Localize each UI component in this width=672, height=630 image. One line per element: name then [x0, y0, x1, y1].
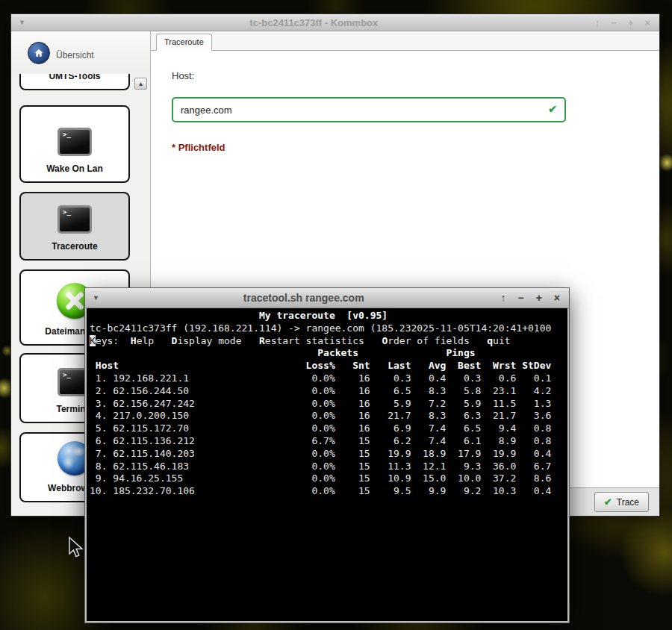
tracetool-window: ▼ tracetool.sh rangee.com ↑ − + × My tra… — [84, 287, 570, 623]
rollup-button[interactable]: ↑ — [595, 17, 600, 28]
terminal-window-controls: ↑ − + × — [500, 292, 569, 304]
mtr-hop-row: 10. 185.232.70.106 0.0% 15 9.5 9.9 9.2 1… — [90, 485, 567, 498]
close-button[interactable]: × — [554, 292, 560, 304]
tool-label: Traceroute — [52, 241, 97, 252]
tool-label: Wake On Lan — [46, 163, 103, 174]
sidebar-tool-wake-on-lan[interactable]: >_Wake On Lan — [19, 105, 130, 183]
terminal-window-title: tracetool.sh rangee.com — [107, 292, 501, 304]
minimize-button[interactable]: − — [517, 292, 523, 304]
mtr-hop-row: 8. 62.115.46.183 0.0% 15 11.3 12.1 9.3 3… — [90, 461, 567, 473]
minimize-button[interactable]: − — [611, 17, 617, 28]
host-input[interactable] — [172, 97, 566, 122]
mtr-title-line: My traceroute [v0.95] — [90, 310, 567, 322]
mtr-group-header: Packets Pings — [90, 347, 567, 360]
host-label: Host: — [172, 70, 194, 81]
tracetool-titlebar[interactable]: ▼ tracetool.sh rangee.com ↑ − + × — [85, 288, 569, 308]
terminal-screen[interactable]: My traceroute [v0.95]tc-bc2411c373ff (19… — [85, 308, 569, 623]
terminal-prompt-glyph: >_ — [63, 208, 71, 216]
mtr-hop-row: 5. 62.115.172.70 0.0% 16 6.9 7.4 6.5 9.4… — [90, 422, 567, 435]
kommbox-titlebar[interactable]: ▼ tc-bc2411c373ff - Kommbox ↑ − + × — [11, 14, 659, 31]
window-menu-icon[interactable]: ▼ — [11, 19, 33, 26]
maximize-button[interactable]: + — [536, 292, 542, 304]
mtr-host-line: tc-bc2411c373ff (192.168.221.114) -> ran… — [90, 322, 567, 335]
mtr-hop-row: 1. 192.168.221.1 0.0% 16 0.3 0.4 0.3 0.6… — [90, 372, 567, 385]
mtr-hop-row: 9. 94.16.25.155 0.0% 15 10.9 15.0 10.0 3… — [90, 472, 567, 485]
home-icon — [28, 42, 50, 64]
window-controls: ↑ − + × — [595, 17, 659, 28]
scroll-up-button[interactable]: ▲ — [134, 78, 147, 90]
trace-button-label: Trace — [617, 497, 639, 508]
terminal-icon: >_ — [57, 128, 92, 156]
terminal-cursor: K — [90, 335, 96, 346]
mtr-hop-row: 6. 62.115.136.212 6.7% 15 6.2 7.4 6.1 8.… — [90, 435, 567, 448]
required-field-note: * Pflichtfeld — [172, 142, 225, 153]
sidebar-item-overview[interactable]: Übersicht — [11, 31, 150, 73]
mtr-column-header: Host Loss% Snt Last Avg Best Wrst StDev — [90, 360, 567, 372]
window-title: tc-bc2411c373ff - Kommbox — [33, 17, 595, 28]
tab-traceroute[interactable]: Traceroute — [156, 34, 212, 51]
host-input-wrap: ✔ — [172, 97, 566, 122]
overview-label: Übersicht — [56, 50, 94, 60]
mtr-hop-row: 3. 62.156.247.242 0.0% 16 5.9 7.2 5.9 11… — [90, 398, 567, 411]
sidebar-tool-traceroute[interactable]: >_Traceroute — [19, 192, 130, 261]
mtr-hop-row: 4. 217.0.200.150 0.0% 16 21.7 8.3 6.3 21… — [90, 410, 567, 422]
trace-button[interactable]: ✔ Trace — [594, 492, 649, 512]
tool-label: UMTS-Tools — [49, 74, 100, 81]
mouse-cursor — [67, 536, 85, 560]
check-icon: ✔ — [604, 496, 612, 508]
mtr-hop-row: 7. 62.115.140.203 0.0% 15 19.9 18.9 17.9… — [90, 448, 567, 461]
maximize-button[interactable]: + — [628, 17, 634, 28]
terminal-icon: >_ — [57, 205, 92, 234]
sidebar-tool-umts-tools[interactable]: >_UMTS-Tools — [19, 74, 130, 90]
valid-check-icon: ✔ — [548, 103, 557, 115]
tab-strip: Traceroute — [151, 31, 659, 51]
terminal-prompt-glyph: >_ — [63, 371, 71, 378]
terminal-prompt-glyph: >_ — [63, 131, 71, 138]
mtr-hop-row: 2. 62.156.244.50 0.0% 16 6.5 8.3 5.8 23.… — [90, 385, 567, 398]
close-button[interactable]: × — [644, 17, 650, 28]
window-menu-icon[interactable]: ▼ — [85, 294, 107, 302]
rollup-button[interactable]: ↑ — [500, 292, 505, 304]
mtr-keys-line: Keys: Help Display mode Restart statisti… — [90, 335, 567, 348]
